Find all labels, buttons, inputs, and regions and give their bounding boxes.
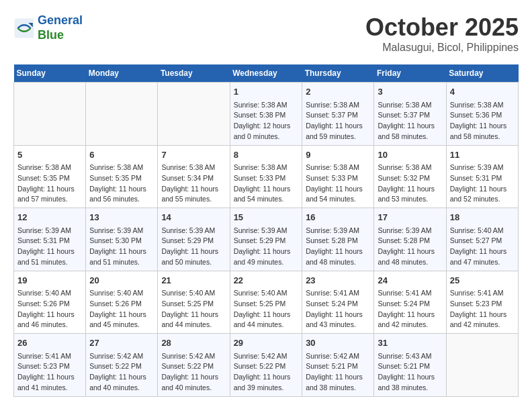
calendar-cell: 9Sunrise: 5:38 AM Sunset: 5:33 PM Daylig… [302,145,374,208]
day-info: Sunrise: 5:38 AM Sunset: 5:34 PM Dayligh… [161,163,226,205]
week-row-1: 1Sunrise: 5:38 AM Sunset: 5:38 PM Daylig… [14,83,519,146]
day-number: 29 [234,336,299,350]
col-header-monday: Monday [86,64,158,83]
day-info: Sunrise: 5:40 AM Sunset: 5:26 PM Dayligh… [17,288,82,330]
month-title: October 2025 [365,13,519,42]
calendar-cell: 26Sunrise: 5:41 AM Sunset: 5:23 PM Dayli… [14,334,86,397]
week-row-3: 12Sunrise: 5:39 AM Sunset: 5:31 PM Dayli… [14,208,519,271]
day-number: 24 [378,274,442,287]
day-number: 20 [89,274,154,287]
calendar-cell: 27Sunrise: 5:42 AM Sunset: 5:22 PM Dayli… [86,334,158,397]
day-number: 17 [378,211,442,224]
day-number: 12 [17,211,82,224]
day-info: Sunrise: 5:38 AM Sunset: 5:33 PM Dayligh… [306,163,370,205]
day-number: 14 [161,211,226,224]
week-row-5: 26Sunrise: 5:41 AM Sunset: 5:23 PM Dayli… [14,334,519,397]
day-info: Sunrise: 5:38 AM Sunset: 5:32 PM Dayligh… [378,163,442,205]
day-info: Sunrise: 5:39 AM Sunset: 5:31 PM Dayligh… [450,163,515,205]
day-number: 31 [378,336,442,350]
day-number: 10 [378,148,442,162]
day-info: Sunrise: 5:41 AM Sunset: 5:24 PM Dayligh… [306,288,370,330]
calendar-cell: 14Sunrise: 5:39 AM Sunset: 5:29 PM Dayli… [158,208,230,271]
day-info: Sunrise: 5:38 AM Sunset: 5:37 PM Dayligh… [306,100,370,142]
day-info: Sunrise: 5:39 AM Sunset: 5:28 PM Dayligh… [306,226,370,268]
calendar-cell [14,83,86,146]
day-number: 7 [161,148,226,162]
week-row-2: 5Sunrise: 5:38 AM Sunset: 5:35 PM Daylig… [14,145,519,208]
day-number: 30 [306,336,370,350]
calendar-cell: 29Sunrise: 5:42 AM Sunset: 5:22 PM Dayli… [230,334,302,397]
calendar-cell: 20Sunrise: 5:40 AM Sunset: 5:26 PM Dayli… [86,271,158,334]
calendar-cell: 15Sunrise: 5:39 AM Sunset: 5:29 PM Dayli… [230,208,302,271]
day-info: Sunrise: 5:43 AM Sunset: 5:21 PM Dayligh… [378,351,442,394]
day-number: 21 [161,274,226,287]
day-info: Sunrise: 5:41 AM Sunset: 5:23 PM Dayligh… [17,351,82,394]
day-info: Sunrise: 5:39 AM Sunset: 5:31 PM Dayligh… [17,226,82,268]
day-info: Sunrise: 5:40 AM Sunset: 5:25 PM Dayligh… [234,288,299,330]
day-number: 25 [450,274,515,287]
day-info: Sunrise: 5:40 AM Sunset: 5:26 PM Dayligh… [89,288,154,330]
logo-text: General Blue [38,13,83,42]
day-info: Sunrise: 5:39 AM Sunset: 5:29 PM Dayligh… [234,226,299,268]
calendar-cell: 11Sunrise: 5:39 AM Sunset: 5:31 PM Dayli… [446,145,518,208]
day-info: Sunrise: 5:38 AM Sunset: 5:37 PM Dayligh… [378,100,442,142]
calendar-cell: 13Sunrise: 5:39 AM Sunset: 5:30 PM Dayli… [86,208,158,271]
calendar-cell: 6Sunrise: 5:38 AM Sunset: 5:35 PM Daylig… [86,145,158,208]
location-subtitle: Malasugui, Bicol, Philippines [365,42,519,54]
day-number: 3 [378,85,442,99]
day-number: 9 [306,148,370,162]
day-info: Sunrise: 5:38 AM Sunset: 5:33 PM Dayligh… [234,163,299,205]
day-info: Sunrise: 5:42 AM Sunset: 5:21 PM Dayligh… [306,351,370,394]
day-info: Sunrise: 5:42 AM Sunset: 5:22 PM Dayligh… [89,351,154,394]
day-number: 15 [234,211,299,224]
calendar-cell: 21Sunrise: 5:40 AM Sunset: 5:25 PM Dayli… [158,271,230,334]
day-info: Sunrise: 5:42 AM Sunset: 5:22 PM Dayligh… [161,351,226,394]
day-number: 19 [17,274,82,287]
day-number: 2 [306,85,370,99]
col-header-friday: Friday [374,64,446,83]
day-info: Sunrise: 5:39 AM Sunset: 5:28 PM Dayligh… [378,226,442,268]
day-number: 23 [306,274,370,287]
week-row-4: 19Sunrise: 5:40 AM Sunset: 5:26 PM Dayli… [14,271,519,334]
day-info: Sunrise: 5:41 AM Sunset: 5:24 PM Dayligh… [378,288,442,330]
calendar-cell: 22Sunrise: 5:40 AM Sunset: 5:25 PM Dayli… [230,271,302,334]
calendar-cell: 10Sunrise: 5:38 AM Sunset: 5:32 PM Dayli… [374,145,446,208]
calendar-cell: 5Sunrise: 5:38 AM Sunset: 5:35 PM Daylig… [14,145,86,208]
day-info: Sunrise: 5:40 AM Sunset: 5:27 PM Dayligh… [450,226,515,268]
calendar-cell: 8Sunrise: 5:38 AM Sunset: 5:33 PM Daylig… [230,145,302,208]
day-number: 5 [17,148,82,162]
calendar-cell: 19Sunrise: 5:40 AM Sunset: 5:26 PM Dayli… [14,271,86,334]
day-number: 4 [450,85,515,99]
calendar-cell: 3Sunrise: 5:38 AM Sunset: 5:37 PM Daylig… [374,83,446,146]
calendar-cell: 23Sunrise: 5:41 AM Sunset: 5:24 PM Dayli… [302,271,374,334]
day-number: 6 [89,148,154,162]
calendar-cell [446,334,518,397]
col-header-sunday: Sunday [14,64,86,83]
day-info: Sunrise: 5:39 AM Sunset: 5:29 PM Dayligh… [161,226,226,268]
calendar-cell: 18Sunrise: 5:40 AM Sunset: 5:27 PM Dayli… [446,208,518,271]
calendar-cell: 28Sunrise: 5:42 AM Sunset: 5:22 PM Dayli… [158,334,230,397]
logo-icon [13,17,35,39]
day-number: 27 [89,336,154,350]
calendar-cell: 4Sunrise: 5:38 AM Sunset: 5:36 PM Daylig… [446,83,518,146]
col-header-saturday: Saturday [446,64,518,83]
day-info: Sunrise: 5:41 AM Sunset: 5:23 PM Dayligh… [450,288,515,330]
calendar-cell: 12Sunrise: 5:39 AM Sunset: 5:31 PM Dayli… [14,208,86,271]
calendar-cell: 31Sunrise: 5:43 AM Sunset: 5:21 PM Dayli… [374,334,446,397]
logo: General Blue [13,13,83,42]
calendar-cell [86,83,158,146]
day-number: 1 [234,85,299,99]
calendar-cell: 24Sunrise: 5:41 AM Sunset: 5:24 PM Dayli… [374,271,446,334]
calendar-cell: 25Sunrise: 5:41 AM Sunset: 5:23 PM Dayli… [446,271,518,334]
col-header-wednesday: Wednesday [230,64,302,83]
day-info: Sunrise: 5:39 AM Sunset: 5:30 PM Dayligh… [89,226,154,268]
col-header-tuesday: Tuesday [158,64,230,83]
header-row: SundayMondayTuesdayWednesdayThursdayFrid… [14,64,519,83]
day-number: 8 [234,148,299,162]
calendar-cell: 7Sunrise: 5:38 AM Sunset: 5:34 PM Daylig… [158,145,230,208]
day-number: 13 [89,211,154,224]
day-number: 28 [161,336,226,350]
col-header-thursday: Thursday [302,64,374,83]
day-info: Sunrise: 5:40 AM Sunset: 5:25 PM Dayligh… [161,288,226,330]
calendar-cell: 2Sunrise: 5:38 AM Sunset: 5:37 PM Daylig… [302,83,374,146]
